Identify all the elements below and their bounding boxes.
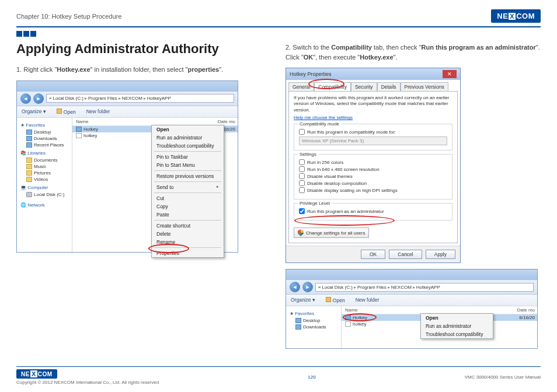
group-settings: Settings [298,152,318,157]
checkbox-disable-dpi[interactable]: Disable display scaling on high DPI sett… [299,187,447,193]
cancel-button[interactable]: Cancel [389,250,422,259]
organize-menu[interactable]: Organize ▾ [22,108,46,115]
file-icon-2 [345,321,351,327]
decorative-squares [16,31,541,37]
tab-details[interactable]: Details [377,82,401,91]
sidebar-item-localdisk[interactable]: Local Disk (C:) [19,191,69,198]
computer-heading: 💻 Computer [20,185,69,190]
menu-open-2[interactable]: Open [421,314,493,322]
shield-icon [298,229,304,236]
sidebar-item-downloads-2[interactable]: Downloads [288,324,339,330]
forward-button[interactable]: ► [33,93,44,104]
menu-pin-start[interactable]: Pin to Start Menu [152,161,224,169]
step-1-text: 1. Right click "Hotkey.exe" in installat… [16,65,271,75]
ok-button[interactable]: OK [361,250,385,259]
close-button[interactable]: ✕ [443,70,457,78]
file-icon [76,133,82,138]
explorer-window-1: ◄ ► « Local Disk (C:)▸ Program Files▸ NE… [16,80,238,253]
menu-rename[interactable]: Rename [152,238,224,246]
change-settings-all-users-button[interactable]: Change settings for all users [294,228,369,238]
checkbox-disable-themes[interactable]: Disable visual themes [299,173,447,179]
tab-security[interactable]: Security [351,82,377,91]
tab-previous-versions[interactable]: Previous Versions [401,82,448,91]
menu-delete[interactable]: Delete [152,230,224,238]
menu-restore[interactable]: Restore previous versions [152,172,224,180]
help-link[interactable]: Help me choose the settings [294,115,452,120]
col-name-2[interactable]: Name [342,307,400,313]
copyright: Copyright © 2012 NEXCOM International Co… [16,380,159,385]
sidebar-item-desktop-2[interactable]: Desktop [288,317,339,324]
menu-paste[interactable]: Paste [152,211,224,219]
sidebar-item-videos[interactable]: Videos [19,176,69,183]
sidebar-item-desktop[interactable]: Desktop [19,129,69,135]
context-menu: Open Run as administrator Troubleshoot c… [151,125,224,258]
step-2-text: 2. Switch to the Compatibility tab, then… [286,43,541,62]
checkbox-256-colors[interactable]: Run in 256 colors [299,159,447,165]
menu-runas[interactable]: Run as administrator [152,134,224,142]
favorites-heading-2: ★ Favorites [290,311,339,316]
back-button-2[interactable]: ◄ [290,282,300,292]
dialog-title: Hotkey Properties [290,71,332,77]
group-compatibility-mode: Compatibility mode [298,121,341,127]
menu-open[interactable]: Open [152,125,224,134]
back-button[interactable]: ◄ [20,93,31,104]
properties-dialog: Hotkey Properties ✕ General Compatibilit… [286,68,461,263]
sidebar-item-downloads[interactable]: Downloads [19,135,69,142]
menu-troubleshoot[interactable]: Troubleshoot compatibility [152,142,224,150]
menu-properties[interactable]: Properties [152,249,224,257]
sidebar-item-recent[interactable]: Recent Places [19,142,69,148]
footer-logo: NEXCOM [16,369,57,379]
checkbox-disable-composition[interactable]: Disable desktop composition [299,180,447,186]
menu-troubleshoot-2[interactable]: Troubleshoot compatibility [421,330,493,338]
exe-icon [76,127,82,132]
chapter-title: Chapter 10: Hotkey Setup Procedure [16,13,121,20]
tab-general[interactable]: General [288,82,314,91]
open-button-2[interactable]: Open [326,297,345,303]
menu-pin-taskbar[interactable]: Pin to Taskbar [152,153,224,161]
sidebar-item-pictures[interactable]: Pictures [19,170,69,176]
col-date-2[interactable]: Date mo [400,307,537,313]
menu-cut[interactable]: Cut [152,194,224,202]
header-rule [16,26,541,27]
open-button[interactable]: Open [57,108,76,115]
sidebar-item-documents[interactable]: Documents [19,157,69,163]
network-heading[interactable]: 🌐 Network [20,202,69,208]
menu-copy[interactable]: Copy [152,202,224,211]
favorites-heading: ★ Favorites [20,123,69,128]
tab-compatibility[interactable]: Compatibility [314,82,351,91]
checkbox-640x480[interactable]: Run in 640 x 480 screen resolution [299,166,447,172]
intro-text: If you have problems with this program a… [294,95,452,113]
window-titlebar-2[interactable] [286,270,537,280]
col-name[interactable]: Name [72,119,131,124]
col-date[interactable]: Date mo [131,119,238,124]
checkbox-compat-mode[interactable]: Run this program in compatibility mode f… [299,129,447,135]
manual-title: VMC 3000/4000 Series User Manual [465,374,541,380]
window-titlebar[interactable] [17,81,238,92]
context-menu-2: Open Run as administrator Troubleshoot c… [420,313,493,339]
group-privilege-level: Privilege Level [298,201,332,206]
exe-icon-2 [345,315,351,320]
explorer-window-2: ◄ ► « Local Disk (C:)▸ Program Files▸ NE… [286,269,538,349]
organize-menu-2[interactable]: Organize ▾ [291,297,315,303]
newfolder-button-2[interactable]: New folder [356,297,380,303]
menu-shortcut[interactable]: Create shortcut [152,222,224,230]
apply-button[interactable]: Apply [426,250,455,259]
sidebar-item-music[interactable]: Music [19,163,69,170]
page-heading: Applying Administrator Authority [16,41,271,57]
libraries-heading: 📚 Libraries [20,150,69,156]
newfolder-button[interactable]: New folder [86,108,110,115]
combo-os-version[interactable]: Windows XP (Service Pack 3) [299,136,447,145]
menu-sendto[interactable]: Send to [152,183,224,191]
brand-logo: NEXCOM [491,9,541,23]
breadcrumb[interactable]: « Local Disk (C:)▸ Program Files▸ NEXCOM… [46,94,234,103]
forward-button-2[interactable]: ► [302,282,313,292]
page-number: 120 [308,374,315,380]
checkbox-run-as-admin[interactable]: Run this program as an administrator [299,208,447,214]
breadcrumb-2[interactable]: « Local Disk (C:)▸ Program Files▸ NEXCOM… [315,283,534,292]
menu-runas-2[interactable]: Run as administrator [421,322,493,330]
